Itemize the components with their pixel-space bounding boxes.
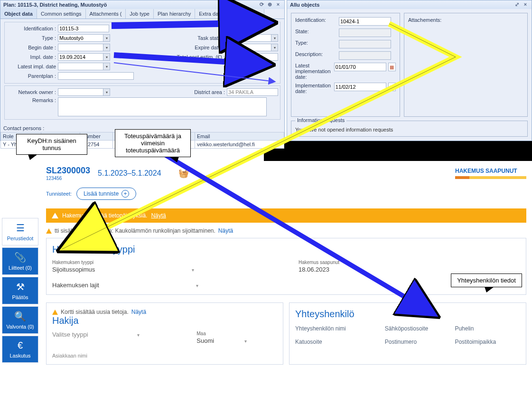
allu-id-field[interactable] [339,17,391,26]
kinds-value[interactable]: Hakemuksen lajit ▾ [52,282,520,289]
tab-job-type[interactable]: Job type [126,9,154,19]
network-owner-field[interactable] [58,88,103,96]
tab-project-wise[interactable]: Project Wise [227,9,264,19]
label-parentplan: Parentplan : [7,73,58,79]
label-identification: Identification : [7,26,58,31]
close-icon[interactable]: × [275,1,281,8]
identification-field[interactable] [58,25,109,32]
label-allu-state: State: [295,28,339,34]
euro-icon: € [18,340,23,351]
hakija-title: Hakija [52,315,277,326]
remarks-field[interactable] [58,97,267,116]
type-value[interactable]: Sijoitussopimus ▾ [52,266,194,273]
expire-date-field[interactable] [226,44,271,51]
calendar-icon[interactable]: ▦ [388,63,396,71]
task-state-field[interactable] [226,34,271,42]
type-field[interactable] [58,34,103,42]
allu-panel-header: Allu objects ⤢ × [287,0,532,9]
tab-attachments[interactable]: Attachments ( [86,9,126,19]
allu-type-field[interactable] [339,40,391,48]
sidebar-item-valvonta[interactable]: 🔍 Valvonta (0) [2,306,38,334]
warning-icon [46,228,52,234]
allu-panel-title: Allu objects [290,2,319,8]
search-icon: 🔍 [14,311,26,322]
received-label: Hakemus saapunut [299,260,339,265]
tab-common-settings[interactable]: Common settings [37,9,86,19]
hakija-card: Kortti sisältää uusia tietoja. Näytä Hak… [46,302,283,365]
network-owner-dropdown-icon[interactable]: ▾ [103,88,110,96]
calendar-icon[interactable]: ▦ [388,83,396,91]
basket-icon[interactable]: 🧺 [178,168,189,179]
application-id: SL2300003 [46,166,90,176]
sidebar-item-laskutus[interactable]: € Laskutus [2,336,38,363]
label-remarks: Remarks : [7,97,58,103]
district-area-field[interactable] [227,88,278,96]
close-icon[interactable]: × [522,1,529,8]
allu-fieldset: Identification: State: Type: Description… [291,13,400,117]
impl-date-picker-icon[interactable]: ▾ [103,53,110,61]
allu-panel: Allu objects ⤢ × Identification: State: … [287,0,532,141]
type-card-title: Hakemuksen tyyppi [52,244,520,255]
latest-impl-date-picker-icon[interactable]: ▾ [103,63,110,70]
sidebar: ☰ Perustiedot 📎 Liitteet (0) ⚒ Päätös 🔍 … [0,161,40,396]
impl-date-field[interactable] [58,53,103,61]
info-requests-msg: You have not opened information requests [295,127,523,132]
status-progress [455,176,526,179]
warning-icon [52,310,58,315]
sub-info-link[interactable]: Näytä [218,227,233,234]
label-network-owner: Network owner : [7,89,58,95]
status-label: HAKEMUS SAAPUNUT [455,168,526,174]
allu-desc-field[interactable] [339,51,391,60]
warning-icon [52,213,58,218]
allu-latest-impl-field[interactable] [334,63,386,71]
label-allu-latest-impl: Latest implementation date: [295,63,334,80]
info-requests-box: Information requests You have not opened… [291,121,528,137]
tab-object-data[interactable]: Object data [0,9,37,19]
type-label: Hakemuksen tyyppi [52,260,194,265]
country-select[interactable]: Suomi ▾ [196,337,246,344]
gavel-icon: ⚒ [16,281,25,292]
tab-extra-data[interactable]: Extra data [195,9,227,19]
label-allu-desc: Description: [295,51,339,57]
sidebar-item-perustiedot[interactable]: ☰ Perustiedot [2,218,38,245]
black-separator [264,141,532,161]
parentplan-field[interactable] [58,72,134,80]
expire-date-picker-icon[interactable]: ▾ [271,44,278,51]
label-task-state: Task state : [169,35,226,41]
paperclip-icon: 📎 [14,252,26,263]
callout-contact-info: Yhteyshenkilön tiedot [451,273,522,287]
allu-state-field[interactable] [339,28,391,37]
tab-plan-hierarchy[interactable]: Plan hierarchy [154,9,195,19]
total-cost-field[interactable] [227,53,278,61]
label-allu-type: Type: [295,40,339,46]
label-district-area: District area : [170,89,227,95]
plus-icon: + [121,190,129,198]
chevron-down-icon: ▾ [196,283,198,288]
add-tag-button[interactable]: Lisää tunniste + [76,188,136,200]
label-attachments: Attachements: [408,17,523,23]
label-allu-impl: Implementation date: [295,83,334,94]
hakija-warn-link[interactable]: Näytä [131,309,146,315]
hakija-type-select[interactable]: Valitse tyyppi ▾ [52,331,140,338]
reload-icon[interactable]: ⟳ [259,1,265,8]
application-sub-id: 123456 [46,176,90,181]
sidebar-item-liitteet[interactable]: 📎 Liitteet (0) [2,247,38,275]
label-begin-date: Begin date : [7,45,58,50]
tags-label: Tunnisteet: [46,191,72,197]
th-email[interactable]: Email [195,132,284,141]
label-impl-date: Impl. date : [7,54,58,60]
label-total-cost: Total cost estim. (€) : [170,54,227,60]
banner-link[interactable]: Näytä [151,212,166,219]
latest-impl-date-field[interactable] [58,63,103,70]
sidebar-item-paatos[interactable]: ⚒ Päätös [2,277,38,304]
type-dropdown-icon[interactable]: ▾ [103,34,110,42]
expand-icon[interactable]: ⤢ [514,1,521,8]
task-state-dropdown-icon[interactable]: ▾ [271,34,278,42]
label-expire-date: Expire date : [169,45,226,50]
begin-date-field[interactable] [58,44,103,51]
allu-impl-field[interactable] [334,83,386,91]
plan-panel-title: Plan: 10115-3, District heating, Muutost… [3,2,107,8]
begin-date-picker-icon[interactable]: ▾ [103,44,110,51]
sub-info-row: tti sisältää uusia tietoja: Kaukolämmön … [46,227,526,234]
expand-icon[interactable]: ⊕ [267,1,273,8]
